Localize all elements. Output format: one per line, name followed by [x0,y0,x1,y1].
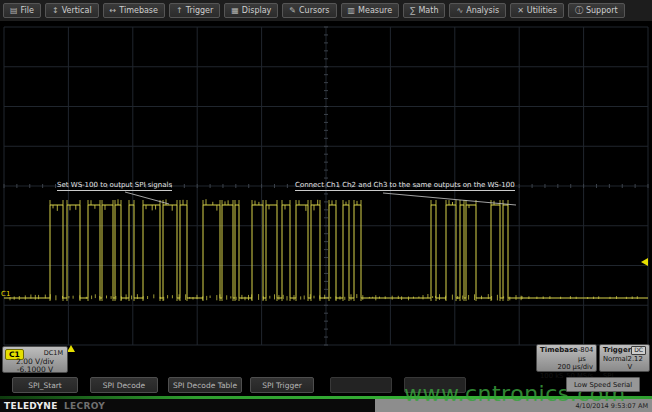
menu-item-file[interactable]: ▤File [3,3,41,18]
analysis-icon: ∿ [456,7,463,15]
trigger-title: Trigger [603,346,631,355]
menu-item-label: Support [586,6,618,15]
file-icon: ▤ [10,7,18,15]
channel-ground-marker: C1 [1,290,10,298]
menu-item-trigger[interactable]: ↑Trigger [169,3,220,18]
display-icon: ▦ [231,7,239,15]
channel-descriptor-c1[interactable]: C1 DC1M 2.00 V/div -6.1000 V [2,346,68,373]
menu-item-timebase[interactable]: ↔Timebase [103,3,165,18]
timebase-tdiv: 200 µs/div [557,363,593,372]
annotation-pointer-line-1 [125,192,169,204]
serial-mode-label: Low Speed Serial [566,377,640,392]
button-spi-trigger[interactable]: SPI Trigger [250,377,314,393]
menu-item-label: Analysis [466,6,499,15]
timebase-title: Timebase [540,346,578,363]
support-icon: ⓘ [575,7,583,15]
menu-item-support[interactable]: ⓘSupport [568,3,625,18]
menu-item-label: Trigger [186,6,214,15]
oscilloscope-screen: ▤File↕Vertical↔Timebase↑Trigger▦Display✎… [0,0,652,412]
menu-item-label: Utilities [527,6,557,15]
menu-item-label: Measure [358,6,392,15]
brand-logo: TELEDYNE LECROY [4,401,105,411]
annotation-text-2: Connect Ch1 Ch2 and Ch3 to the same outp… [295,181,515,191]
timebase-icon: ↔ [110,7,117,15]
vertical-icon: ↕ [52,7,59,15]
menu-item-label: File [21,6,34,15]
timebase-delay: -804 µs [578,346,593,363]
annotation-pointer-line-2 [383,193,516,205]
menu-item-vertical[interactable]: ↕Vertical [45,3,99,18]
cursors-icon: ✎ [289,7,296,15]
brand-lecroy: LECROY [64,401,105,411]
menu-bar: ▤File↕Vertical↔Timebase↑Trigger▦Display✎… [0,0,652,22]
trigger-mode: Normal [603,355,628,372]
button-spi-decode[interactable]: SPI Decode [90,377,158,393]
trigger-time-marker[interactable] [67,345,75,352]
trigger-level-marker[interactable] [641,258,648,266]
menu-item-label: Vertical [62,6,92,15]
trigger-level: 2.12 V [628,355,646,372]
trigger-coupling: DC [631,346,646,355]
measure-icon: ▥ [348,7,356,15]
brand-teledyne: TELEDYNE [4,401,58,411]
channel-coupling: DC1M [44,349,63,357]
annotation-text-1: Set WS-100 to output SPI signals [57,181,172,191]
menu-item-analysis[interactable]: ∿Analysis [449,3,506,18]
timebase-descriptor[interactable]: Timebase -804 µs 200 µs/div 100 kS 50 MS… [536,344,597,372]
channel-offset: -6.1000 V [3,365,67,374]
menu-item-label: Timebase [119,6,158,15]
timebase-samples: 100 kS [540,372,563,381]
menu-item-math[interactable]: ∑Math [403,3,445,18]
utilities-icon: ✕ [517,7,524,15]
trigger-descriptor[interactable]: Trigger DC Normal 2.12 V SPI [599,344,650,372]
menu-item-utilities[interactable]: ✕Utilities [510,3,564,18]
trigger-icon: ↑ [176,7,183,15]
menu-item-label: Display [242,6,272,15]
menu-item-display[interactable]: ▦Display [224,3,278,18]
button-empty-1[interactable] [330,377,392,393]
menu-item-label: Cursors [299,6,329,15]
menu-item-cursors[interactable]: ✎Cursors [282,3,336,18]
menu-item-label: Math [418,6,438,15]
button-spi-decode-table[interactable]: SPI Decode Table [168,377,242,393]
math-icon: ∑ [410,7,415,15]
menu-item-measure[interactable]: ▥Measure [341,3,400,18]
button-spi-start[interactable]: SPI_Start [12,377,78,393]
